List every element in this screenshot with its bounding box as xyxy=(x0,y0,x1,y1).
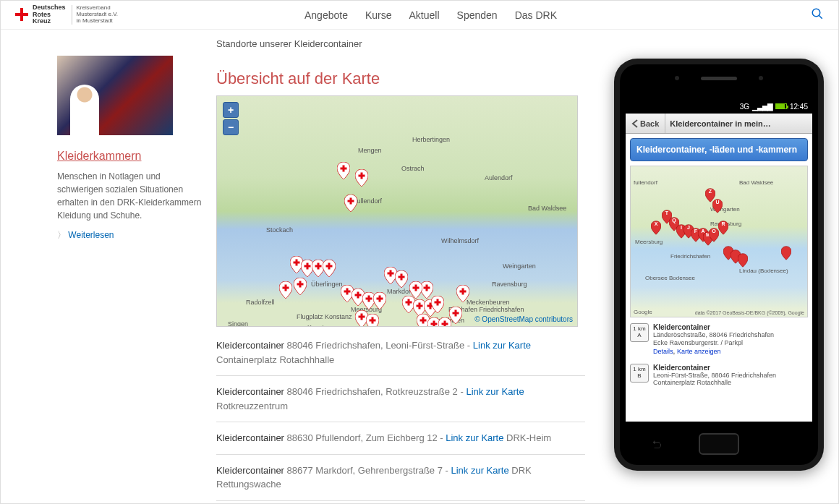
svg-rect-49 xyxy=(442,323,448,325)
mini-map[interactable]: fullendorfBad WaldseeWeingartenRavensbur… xyxy=(630,166,808,317)
mini-map-label: Lindau (Bodensee) xyxy=(739,268,788,274)
page-heading: Übersicht auf der Karte xyxy=(216,69,585,88)
map-marker[interactable] xyxy=(449,307,462,324)
list-item: Kleidercontainer 88046 Friedrichshafen, … xyxy=(216,376,585,422)
google-logo: Google xyxy=(634,309,652,315)
map-marker[interactable] xyxy=(294,278,307,295)
phone-menu-key[interactable] xyxy=(788,439,798,449)
phone-speaker xyxy=(701,77,737,80)
svg-rect-13 xyxy=(315,265,322,268)
mini-map-marker[interactable]: O xyxy=(709,228,719,242)
map-city-label: Stockach xyxy=(266,226,293,234)
svg-rect-53 xyxy=(460,291,467,293)
svg-rect-27 xyxy=(377,298,383,300)
mini-map-label: Meersburg xyxy=(635,239,663,245)
map-city-label: Ostrach xyxy=(401,165,425,172)
network-icon: 3G xyxy=(740,103,749,111)
map-city-label: Meckenbeuren xyxy=(467,299,510,306)
svg-rect-17 xyxy=(297,283,304,286)
phone-time: 12:45 xyxy=(790,103,808,111)
result-title: Kleidercontainer xyxy=(653,323,710,331)
phone-statusbar: 3G ▁▃▅▇ 12:45 xyxy=(626,99,812,114)
svg-rect-7 xyxy=(348,200,354,202)
signal-icon: ▁▃▅▇ xyxy=(752,103,772,111)
map-city-label: Radolfzell xyxy=(246,299,275,306)
nav-das-drk[interactable]: Das DRK xyxy=(515,9,557,21)
search-button[interactable] xyxy=(811,7,824,22)
map-marker[interactable] xyxy=(337,162,350,179)
svg-rect-31 xyxy=(399,276,405,278)
item-title: Kleidercontainer xyxy=(216,465,287,476)
list-item: Kleidercontainer 88630 Pfullendorf, Zum … xyxy=(216,422,585,455)
map-marker[interactable] xyxy=(456,285,469,302)
svg-rect-21 xyxy=(344,291,351,293)
svg-rect-45 xyxy=(420,320,427,322)
nav-spenden[interactable]: Spenden xyxy=(457,9,498,21)
map-marker[interactable] xyxy=(395,270,408,288)
svg-rect-43 xyxy=(435,302,441,304)
map-marker[interactable] xyxy=(366,314,379,327)
item-title: Kleidercontainer xyxy=(216,340,287,351)
phone-home-button[interactable] xyxy=(699,433,739,455)
svg-rect-55 xyxy=(453,312,459,315)
svg-rect-35 xyxy=(370,320,376,322)
map-link[interactable]: Link zur Karte xyxy=(446,432,503,443)
app-header: Back Kleidercontainer in mein… xyxy=(626,114,812,134)
nav-aktuell[interactable]: Aktuell xyxy=(409,9,440,21)
item-title: Kleidercontainer xyxy=(216,386,287,397)
location-list: Kleidercontainer 88046 Friedrichshafen, … xyxy=(216,337,585,501)
zoom-out-button[interactable]: − xyxy=(223,119,239,135)
back-icon xyxy=(631,119,639,128)
svg-rect-9 xyxy=(294,262,300,264)
map[interactable]: + − StockachPfullendorfAulendorfBad Wald… xyxy=(216,95,578,327)
map-marker[interactable] xyxy=(409,281,422,299)
mini-map-marker[interactable] xyxy=(781,246,791,260)
svg-rect-19 xyxy=(283,287,289,289)
map-marker[interactable] xyxy=(373,292,386,309)
svg-rect-47 xyxy=(431,323,438,325)
details-link[interactable]: Details xyxy=(653,348,673,355)
phone-back-key[interactable]: ⮌ xyxy=(652,439,662,449)
map-city-label: Weingarten xyxy=(503,262,536,270)
map-city-label: Bad Waldsee xyxy=(528,205,566,212)
map-zoom-controls: + − xyxy=(223,102,239,137)
read-more-link[interactable]: Weiterlesen xyxy=(57,229,114,242)
map-marker[interactable] xyxy=(344,195,357,212)
result-item[interactable]: 1 kmBKleidercontainerLeoni-Fürst-Straße,… xyxy=(630,361,808,390)
svg-rect-39 xyxy=(417,305,423,307)
item-address: 88046 Friedrichshafen, Rotkreuzstraße 2 … xyxy=(287,386,467,397)
map-marker[interactable] xyxy=(323,260,336,277)
map-link[interactable]: Link zur Karte xyxy=(473,340,531,351)
map-link[interactable]: Link zur Karte xyxy=(466,386,524,397)
result-address: Länderöschstraße, 88046 Friedrichshafen xyxy=(653,331,774,339)
map-marker[interactable] xyxy=(279,281,292,299)
svg-rect-57 xyxy=(424,287,430,289)
result-item[interactable]: 1 kmAKleidercontainerLänderöschstraße, 8… xyxy=(630,320,808,358)
svg-rect-15 xyxy=(326,265,333,268)
sidebar-title[interactable]: Kleiderkammern xyxy=(57,150,202,163)
result-title: Kleidercontainer xyxy=(653,364,710,372)
nav-angebote[interactable]: Angebote xyxy=(304,9,348,21)
item-desc: Rotkreuzzentrum xyxy=(216,399,585,414)
back-button[interactable]: Back xyxy=(626,114,665,133)
map-city-label: Herbertingen xyxy=(412,136,450,143)
nav-kurse[interactable]: Kurse xyxy=(365,9,392,21)
show-map-link[interactable]: Karte anzeigen xyxy=(677,348,721,355)
svg-rect-5 xyxy=(359,175,365,177)
svg-rect-59 xyxy=(413,287,420,289)
svg-rect-37 xyxy=(406,302,412,304)
map-city-label: Ravensburg xyxy=(492,281,527,288)
map-attribution[interactable]: © OpenStreetMap contributors xyxy=(474,315,573,323)
mini-map-marker[interactable]: X xyxy=(651,221,661,235)
zoom-in-button[interactable]: + xyxy=(223,102,239,118)
mini-map-marker[interactable] xyxy=(738,253,748,268)
logo[interactable]: Deutsches Rotes Kreuz Kreisverband Muste… xyxy=(15,4,218,26)
sidebar-image xyxy=(57,56,173,135)
mini-map-marker[interactable]: R xyxy=(718,221,728,235)
main-content: Standorte unserer Kleidercontainer Übers… xyxy=(216,38,585,501)
mini-map-marker[interactable]: U xyxy=(712,199,723,213)
item-address: 88677 Markdorf, Gehrenbergstraße 7 - xyxy=(287,465,451,476)
map-marker[interactable] xyxy=(355,169,368,187)
map-link[interactable]: Link zur Karte xyxy=(451,465,508,476)
svg-rect-33 xyxy=(359,316,365,318)
